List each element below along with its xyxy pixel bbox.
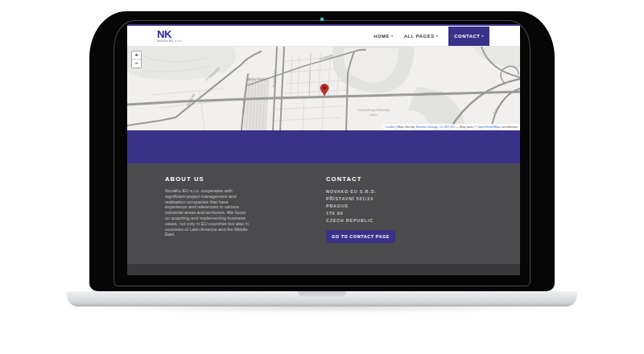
attribution-text: — Map data © [455, 125, 477, 129]
website: NK Novako EU s.r.o. HOME ▾ ALL PAGES ▾ [127, 24, 520, 275]
about-heading: ABOUT US [165, 175, 249, 183]
map-label-driving-range-line2: ostrov [369, 113, 378, 117]
contact-country: CZECH REPUBLIC [326, 217, 447, 224]
contact-city: PRAGUE [326, 203, 447, 210]
nav-contact-label: CONTACT [454, 34, 480, 39]
contact-company: NOVAKO EU S.R.O. [326, 188, 447, 196]
attribution-text: | Map tiles by [395, 125, 416, 129]
about-text: NovaKo EU s.r.o. cooperates with signifi… [165, 188, 249, 237]
map-zoom-control: + − [131, 51, 142, 68]
laptop-base [67, 291, 577, 307]
go-to-contact-page-button[interactable]: GO TO CONTACT PAGE [326, 230, 395, 243]
chevron-down-icon: ▾ [481, 34, 484, 38]
logo-mark: NK [157, 29, 182, 39]
leaflet-link[interactable]: Leaflet [386, 125, 395, 129]
sub-footer-bar [127, 264, 520, 275]
map-label-driving-range-line1: Driving Range Rohanský [357, 109, 390, 112]
page: NK Novako EU s.r.o. HOME ▾ ALL PAGES ▾ [0, 0, 644, 354]
cc-license-link[interactable]: CC BY 3.0 [440, 125, 455, 129]
attribution-text: contributors [500, 125, 518, 129]
laptop-base-notch [298, 291, 346, 297]
main-nav: HOME ▾ ALL PAGES ▾ CONTACT ▾ [374, 26, 489, 46]
site-footer: ABOUT US NovaKo EU s.r.o. cooperates wit… [127, 163, 520, 264]
contact-street: PŘÍSTAVNÍ 531/24 [326, 196, 447, 203]
zoom-in-button[interactable]: + [132, 51, 141, 60]
nav-item-all-pages[interactable]: ALL PAGES ▾ [404, 34, 439, 39]
zoom-out-button[interactable]: − [132, 60, 141, 68]
chevron-down-icon: ▾ [436, 34, 439, 38]
map-label-arena-praha: Arena Praha [248, 77, 266, 81]
osm-link[interactable]: OpenStreetMap [477, 125, 500, 129]
footer-contact-column: CONTACT NOVAKO EU S.R.O. PŘÍSTAVNÍ 531/2… [326, 175, 447, 243]
map[interactable]: Argentinská Bubenská U Výstaviště Strojn… [127, 47, 520, 130]
nav-item-home[interactable]: HOME ▾ [374, 34, 393, 39]
stamen-link[interactable]: Stamen Design [415, 125, 437, 129]
accent-band [127, 130, 520, 163]
nav-item-contact-active[interactable]: CONTACT ▾ [448, 27, 489, 46]
map-tiles: Argentinská Bubenská U Výstaviště Strojn… [127, 47, 520, 130]
nav-home-label: HOME [374, 34, 390, 39]
contact-zip: 170 00 [326, 210, 447, 217]
webcam-dot [320, 18, 324, 21]
chevron-down-icon: ▾ [391, 34, 394, 38]
map-attribution: Leaflet | Map tiles by Stamen Design, CC… [383, 124, 521, 130]
logo[interactable]: NK Novako EU s.r.o. [157, 29, 182, 43]
footer-about-column: ABOUT US NovaKo EU s.r.o. cooperates wit… [165, 175, 249, 237]
contact-heading: CONTACT [326, 175, 447, 183]
laptop-lid: NK Novako EU s.r.o. HOME ▾ ALL PAGES ▾ [89, 11, 555, 291]
laptop-screen: NK Novako EU s.r.o. HOME ▾ ALL PAGES ▾ [127, 24, 520, 275]
nav-all-pages-label: ALL PAGES [404, 34, 435, 39]
logo-subtext: Novako EU s.r.o. [157, 40, 182, 43]
site-header: NK Novako EU s.r.o. HOME ▾ ALL PAGES ▾ [127, 26, 520, 47]
